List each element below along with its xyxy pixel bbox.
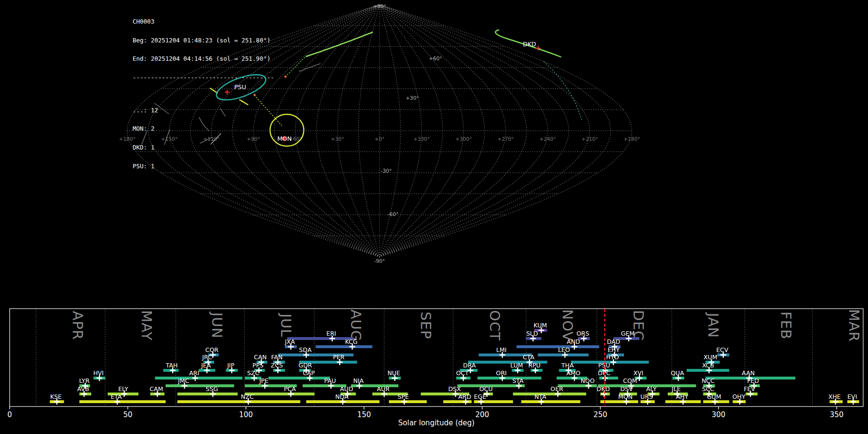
svg-text:OER: OER [551,385,564,393]
svg-text:OCT: OCT [487,310,503,341]
svg-text:JPE: JPE [259,377,269,384]
svg-text:TAH: TAH [165,362,178,369]
svg-text:DRA: DRA [463,362,476,369]
shower-bars: KUMERISLDORSGEMJXAKCGANDDADCORSDALMILEOE… [50,322,859,405]
svg-text:SDA: SDA [299,346,312,353]
svg-text:MAR: MAR [846,309,862,342]
svg-text:100: 100 [239,410,253,419]
svg-text:CAP: CAP [303,369,315,377]
svg-text:AUR: AUR [377,385,390,393]
svg-text:JRC: JRC [202,353,212,361]
svg-text:XCB: XCB [702,362,714,369]
svg-text:NUE: NUE [387,369,400,377]
svg-text:XHE: XHE [828,393,841,400]
svg-text:AND: AND [567,338,580,345]
activity-chart: APRMAYJUNJULAUGSEPOCTNOVDECJANFEBMAR KUM… [0,0,868,434]
svg-text:LEO: LEO [558,346,570,353]
svg-text:DSX: DSX [448,385,461,393]
svg-text:NOV: NOV [559,310,576,342]
svg-text:SSG: SSG [206,385,218,393]
svg-text:NZC: NZC [241,393,254,400]
svg-text:AAN: AAN [742,369,755,377]
svg-text:ALY: ALY [646,385,657,393]
svg-text:EGE: EGE [474,393,487,400]
svg-text:COM: COM [623,377,637,384]
svg-text:CTA: CTA [523,353,534,361]
svg-text:ETA: ETA [110,393,122,400]
svg-text:LMI: LMI [496,346,506,353]
svg-text:NDA: NDA [335,393,349,400]
svg-text:XVI: XVI [633,369,643,377]
svg-text:ORI: ORI [496,369,507,377]
svg-text:50: 50 [123,410,132,419]
svg-text:DPC: DPC [598,369,610,377]
svg-text:AUD: AUD [340,385,353,393]
svg-text:200: 200 [475,410,489,419]
svg-text:FEV: FEV [744,385,755,393]
app-root: CH0003 Beg: 20251204 01:48:23 (sol = 251… [0,0,868,434]
svg-text:JMC: JMC [177,377,189,384]
svg-text:JUN: JUN [209,312,225,339]
svg-text:150: 150 [357,410,371,419]
svg-text:AUG: AUG [348,310,364,342]
svg-text:SZC: SZC [247,369,259,377]
svg-text:FEB: FEB [778,312,794,339]
svg-text:PER: PER [333,353,344,361]
svg-text:PCA: PCA [284,385,296,393]
svg-text:LYR: LYR [79,377,90,384]
svg-text:ARD: ARD [458,393,471,400]
svg-text:OHY: OHY [732,393,746,400]
svg-text:FED: FED [747,377,759,384]
svg-text:NTA: NTA [534,393,546,400]
svg-text:350: 350 [830,410,844,419]
svg-text:JIP: JIP [227,362,234,369]
svg-text:OCU: OCU [479,385,493,393]
svg-text:ELY: ELY [118,385,128,393]
svg-text:ORS: ORS [576,330,589,337]
svg-text:SEP: SEP [418,312,434,339]
svg-text:KUM: KUM [534,322,547,329]
svg-text:PAU: PAU [324,377,336,384]
svg-text:NCC: NCC [702,377,715,384]
svg-text:JUL: JUL [278,313,294,338]
svg-text:GUM: GUM [707,393,721,400]
svg-text:DAD: DAD [607,338,621,345]
svg-text:APR: APR [69,311,86,340]
svg-text:CAN: CAN [254,353,267,361]
svg-text:PPS: PPS [252,362,263,369]
svg-text:OCT: OCT [456,369,469,377]
svg-text:FAN: FAN [271,353,283,361]
svg-text:JXA: JXA [285,338,295,345]
svg-text:AHY: AHY [676,393,689,400]
svg-text:AMO: AMO [567,369,581,377]
svg-text:SCC: SCC [702,385,715,393]
svg-text:CAM: CAM [149,385,163,393]
svg-text:KCG: KCG [345,338,358,345]
svg-text:QUA: QUA [671,369,684,377]
svg-text:RPU: RPU [529,362,541,369]
svg-text:ERI: ERI [326,330,336,337]
svg-text:ZCS: ZCS [271,362,283,369]
svg-text:HVI: HVI [93,369,104,377]
svg-text:MAY: MAY [138,310,155,340]
svg-text:GDR: GDR [298,362,312,369]
svg-text:DKD: DKD [597,385,610,393]
svg-text:EVI: EVI [847,393,857,400]
svg-text:GEM: GEM [621,330,635,337]
svg-text:0: 0 [7,410,12,419]
svg-text:DSV: DSV [620,385,633,393]
svg-text:JLE: JLE [671,385,681,393]
svg-text:HYD: HYD [606,353,619,361]
svg-text:JAN: JAN [705,312,721,339]
svg-text:NOO: NOO [581,377,595,384]
svg-text:KSE: KSE [50,393,62,400]
svg-text:URS: URS [640,393,653,400]
svg-text:SPE: SPE [398,393,409,400]
svg-text:STA: STA [512,377,524,384]
svg-text:LUM: LUM [510,362,523,369]
svg-text:AVB: AVB [77,385,89,393]
svg-text:250: 250 [594,410,608,419]
svg-text:ARI: ARI [189,369,199,377]
svg-text:NIA: NIA [353,377,364,384]
svg-text:COR: COR [205,346,219,353]
